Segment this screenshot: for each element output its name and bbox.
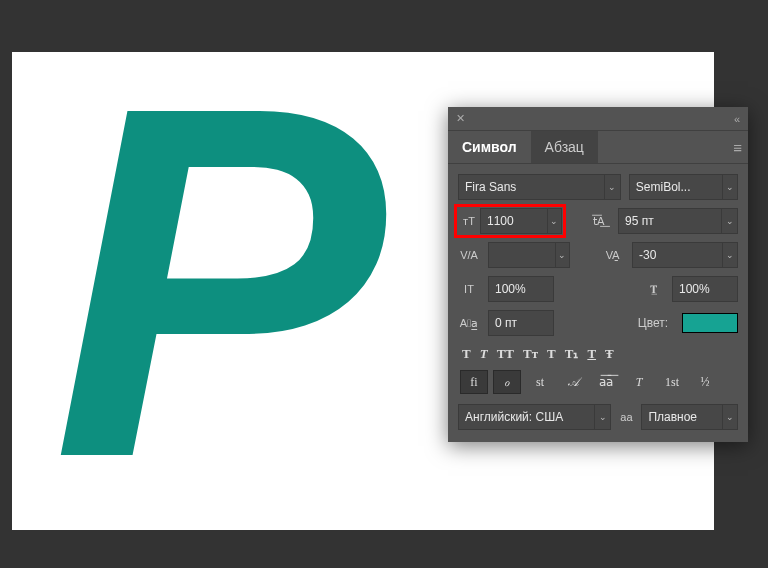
antialias-input[interactable] — [642, 405, 722, 429]
close-icon[interactable]: ✕ — [456, 112, 465, 125]
chevron-down-icon[interactable]: ⌄ — [722, 405, 737, 429]
style-bold[interactable]: T — [462, 346, 471, 362]
leading-field[interactable]: ⌄ — [618, 208, 738, 234]
kerning-input[interactable] — [489, 243, 555, 267]
feat-stylistic[interactable]: st — [526, 370, 554, 394]
feat-contextual[interactable]: a͞a͞ — [592, 370, 620, 394]
preview-letter: P — [52, 32, 366, 532]
kerning-icon: V/A — [458, 242, 480, 268]
hscale-field[interactable] — [672, 276, 738, 302]
font-family-select[interactable]: ⌄ — [458, 174, 621, 200]
feat-ordinals[interactable]: 1st — [658, 370, 686, 394]
horizontal-scale-icon: 𝐓̲ — [642, 276, 664, 302]
font-size-field[interactable]: ⌄ — [480, 208, 562, 234]
chevron-down-icon[interactable]: ⌄ — [721, 209, 737, 233]
style-strikethrough[interactable]: Ŧ — [605, 346, 614, 362]
feat-alternates[interactable]: T — [625, 370, 653, 394]
font-family-input[interactable] — [459, 175, 604, 199]
baseline-input[interactable] — [489, 311, 553, 335]
tab-symbol[interactable]: Символ — [448, 131, 531, 163]
tab-bar: Символ Абзац ≡ — [448, 131, 748, 164]
feat-fractions[interactable]: ½ — [691, 370, 719, 394]
color-label: Цвет: — [638, 316, 674, 330]
hscale-input[interactable] — [673, 277, 737, 301]
leading-icon: t͞A͟ — [588, 208, 610, 234]
style-italic[interactable]: T — [480, 346, 488, 362]
panel-menu-icon[interactable]: ≡ — [733, 139, 742, 156]
panel-header: ✕ « — [448, 107, 748, 131]
style-underline[interactable]: T — [587, 346, 596, 362]
style-smallcaps[interactable]: Tт — [523, 346, 538, 362]
collapse-icon[interactable]: « — [734, 113, 740, 125]
vscale-field[interactable] — [488, 276, 554, 302]
panel-body: ⌄ ⌄ тT ⌄ t͞A͟ ⌄ V/A — [448, 164, 748, 442]
font-size-highlight: тT ⌄ — [454, 204, 566, 238]
vscale-input[interactable] — [489, 277, 553, 301]
baseline-shift-icon: Aͣa̲ — [458, 310, 480, 336]
opentype-features-row: fi ℴ st 𝒜 a͞a͞ T 1st ½ — [458, 370, 738, 394]
language-input[interactable] — [459, 405, 594, 429]
color-swatch[interactable] — [682, 313, 738, 333]
antialias-select[interactable]: ⌄ — [641, 404, 738, 430]
leading-input[interactable] — [619, 209, 721, 233]
chevron-down-icon[interactable]: ⌄ — [722, 243, 737, 267]
language-select[interactable]: ⌄ — [458, 404, 611, 430]
antialias-icon: aа — [617, 404, 635, 430]
font-size-input[interactable] — [481, 209, 547, 233]
chevron-down-icon[interactable]: ⌄ — [594, 405, 610, 429]
font-weight-input[interactable] — [630, 175, 722, 199]
feat-titling[interactable]: 𝒜 — [559, 370, 587, 394]
style-allcaps[interactable]: TT — [497, 346, 514, 362]
type-styles-row: T T TT Tт T T₁ T Ŧ — [458, 346, 738, 362]
font-size-icon: тT — [458, 208, 480, 234]
tracking-field[interactable]: ⌄ — [632, 242, 738, 268]
tracking-icon: VA̱ — [602, 242, 624, 268]
style-subscript[interactable]: T₁ — [565, 346, 579, 362]
chevron-down-icon[interactable]: ⌄ — [547, 209, 561, 233]
character-panel: ✕ « Символ Абзац ≡ ⌄ ⌄ тT ⌄ — [448, 107, 748, 442]
style-superscript[interactable]: T — [547, 346, 556, 362]
chevron-down-icon[interactable]: ⌄ — [604, 175, 620, 199]
feat-swash[interactable]: ℴ — [493, 370, 521, 394]
vertical-scale-icon: IT — [458, 276, 480, 302]
kerning-field[interactable]: ⌄ — [488, 242, 570, 268]
baseline-field[interactable] — [488, 310, 554, 336]
chevron-down-icon[interactable]: ⌄ — [722, 175, 737, 199]
font-weight-select[interactable]: ⌄ — [629, 174, 738, 200]
tab-paragraph[interactable]: Абзац — [531, 131, 598, 163]
feat-ligatures[interactable]: fi — [460, 370, 488, 394]
chevron-down-icon[interactable]: ⌄ — [555, 243, 569, 267]
tracking-input[interactable] — [633, 243, 722, 267]
